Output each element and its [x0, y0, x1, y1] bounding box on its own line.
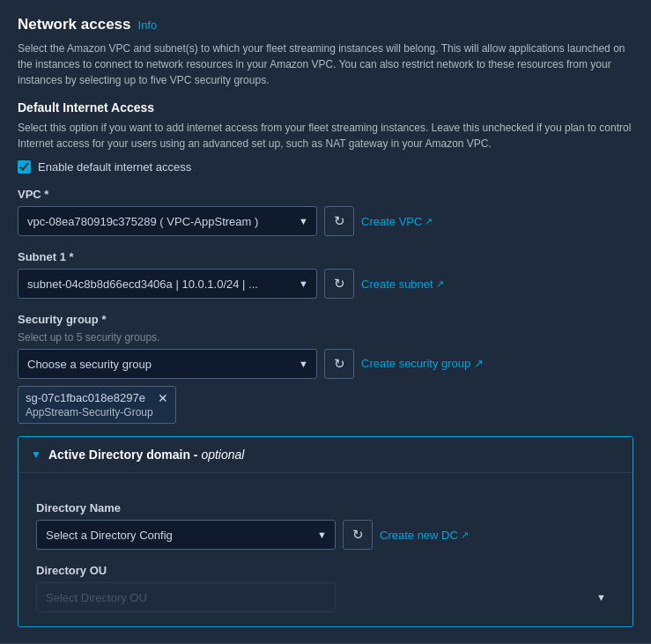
default-internet-access-subsection: Default Internet Access Select this opti… [18, 100, 633, 174]
subnet1-label: Subnet 1 * [18, 250, 633, 263]
ad-title: Active Directory domain - optional [48, 448, 245, 462]
vpc-label: VPC * [18, 188, 633, 201]
directory-name-select[interactable]: Select a Directory Config [36, 520, 336, 550]
vpc-field-group: VPC * vpc-08ea780919c375289 ( VPC-AppStr… [18, 188, 633, 236]
subnet1-refresh-button[interactable]: ↻ [324, 269, 354, 299]
directory-name-refresh-button[interactable]: ↻ [343, 520, 373, 550]
create-dc-link[interactable]: Create new DC ↗ [380, 529, 469, 542]
security-group-select[interactable]: Choose a security group [18, 349, 317, 379]
create-subnet-external-icon: ↗ [436, 278, 444, 290]
enable-internet-access-label: Enable default internet access [38, 160, 191, 174]
directory-ou-field-group: Directory OU Select Directory OU ▼ [36, 564, 615, 612]
ad-chevron-icon: ▼ [31, 448, 41, 461]
subnet1-field-row: subnet-04c8b8d66ecd3406a | 10.0.1.0/24 |… [18, 269, 633, 299]
create-sg-external-icon: ↗ [474, 357, 484, 370]
security-group-field-row: Choose a security group ▼ ↻ Create secur… [18, 349, 633, 379]
directory-ou-select[interactable]: Select Directory OU [36, 582, 336, 612]
security-group-tag: sg-07c1fbac018e8297e ✕ AppStream-Securit… [18, 386, 176, 424]
create-vpc-external-icon: ↗ [425, 216, 433, 227]
network-access-section: Network access Info Select the Amazon VP… [0, 0, 651, 644]
network-access-title: Network access [18, 16, 131, 33]
directory-name-select-wrapper: Select a Directory Config ▼ [36, 520, 336, 550]
tag-name: AppStream-Security-Group [26, 406, 168, 418]
directory-ou-label: Directory OU [36, 564, 615, 577]
network-access-description: Select the Amazon VPC and subnet(s) to w… [18, 41, 633, 88]
vpc-field-row: vpc-08ea780919c375289 ( VPC-AppStream ) … [18, 206, 633, 236]
tag-close-button[interactable]: ✕ [158, 392, 168, 404]
section-title: Network access Info [18, 16, 633, 33]
vpc-select[interactable]: vpc-08ea780919c375289 ( VPC-AppStream ) [18, 206, 317, 236]
security-group-refresh-button[interactable]: ↻ [324, 349, 354, 379]
create-security-group-link[interactable]: Create security group ↗ [361, 357, 484, 372]
subnet1-field-group: Subnet 1 * subnet-04c8b8d66ecd3406a | 10… [18, 250, 633, 299]
security-group-field-group: Security group * Select up to 5 security… [18, 313, 633, 424]
security-group-select-wrapper: Choose a security group ▼ [18, 349, 317, 379]
create-dc-external-icon: ↗ [461, 529, 469, 541]
directory-name-field-row: Select a Directory Config ▼ ↻ Create new… [36, 520, 615, 550]
create-subnet-link[interactable]: Create subnet ↗ [361, 278, 444, 291]
vpc-select-wrapper: vpc-08ea780919c375289 ( VPC-AppStream ) … [18, 206, 317, 236]
tag-id: sg-07c1fbac018e8297e [26, 391, 145, 404]
directory-ou-select-wrapper: Select Directory OU ▼ [36, 582, 615, 612]
security-group-label: Security group * [18, 313, 633, 326]
active-directory-section: ▼ Active Directory domain - optional Dir… [18, 436, 633, 627]
default-internet-access-title: Default Internet Access [18, 100, 633, 115]
active-directory-body: Directory Name Select a Directory Config… [18, 473, 633, 626]
directory-name-field-group: Directory Name Select a Directory Config… [36, 501, 615, 550]
subnet1-select[interactable]: subnet-04c8b8d66ecd3406a | 10.0.1.0/24 |… [18, 269, 317, 299]
directory-ou-chevron-icon: ▼ [596, 592, 606, 603]
info-link[interactable]: Info [138, 19, 158, 32]
enable-internet-access-row: Enable default internet access [18, 160, 633, 174]
tag-row: sg-07c1fbac018e8297e ✕ [26, 391, 168, 404]
create-vpc-link[interactable]: Create VPC ↗ [361, 215, 433, 228]
default-internet-access-description: Select this option if you want to add in… [18, 120, 633, 152]
enable-internet-access-checkbox[interactable] [18, 160, 31, 174]
active-directory-header[interactable]: ▼ Active Directory domain - optional [18, 437, 633, 473]
security-group-hint: Select up to 5 security groups. [18, 331, 633, 344]
directory-name-label: Directory Name [36, 501, 615, 514]
vpc-refresh-button[interactable]: ↻ [324, 206, 354, 236]
subnet1-select-wrapper: subnet-04c8b8d66ecd3406a | 10.0.1.0/24 |… [18, 269, 317, 299]
